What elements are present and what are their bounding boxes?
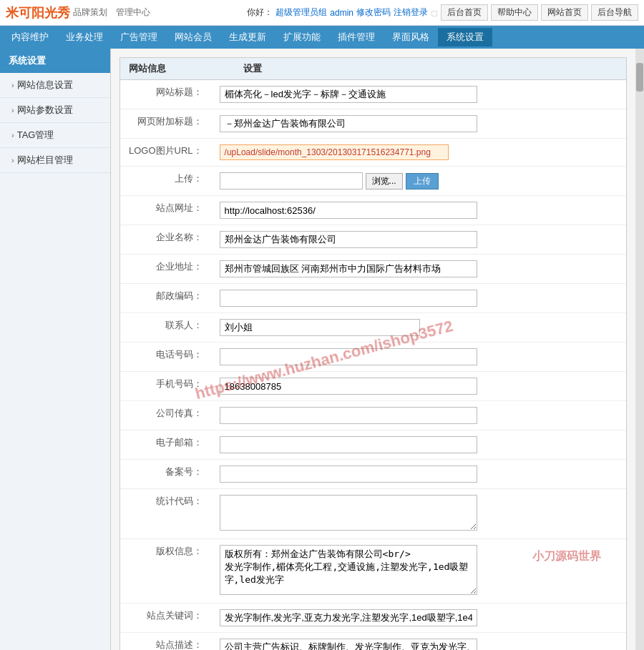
nav-extend[interactable]: 扩展功能 (275, 28, 329, 46)
mgmt-center: 管理中心 (116, 6, 150, 19)
label-icp: 备案号： (120, 460, 211, 489)
row-email: 电子邮箱： (120, 430, 626, 460)
nav-business[interactable]: 业务处理 (57, 28, 112, 46)
upload-button[interactable]: 上传 (406, 173, 439, 189)
row-company-addr: 企业地址： (120, 255, 626, 284)
row-fax: 公司传真： (120, 401, 626, 430)
label-site-url: 站点网址： (120, 196, 211, 225)
val-company-addr (211, 255, 626, 284)
sidebar-item-website-params[interactable]: › 网站参数设置 (0, 98, 110, 123)
val-keywords (211, 604, 626, 633)
main-layout: 系统设置 › 网站信息设置 › 网站参数设置 › TAG管理 › 网站栏目管理 … (0, 49, 644, 650)
label-email: 电子邮箱： (120, 430, 211, 460)
arrow-icon-3: › (11, 131, 14, 139)
label-logo-url: LOGO图片URL： (120, 139, 211, 167)
brand-name: 米可阳光秀 (6, 4, 70, 21)
scrollbar[interactable] (635, 49, 644, 650)
row-keywords: 站点关键词： (120, 604, 626, 633)
label-phone: 电话号码： (120, 343, 211, 372)
label-copyright-info: 版权信息： (120, 539, 211, 604)
textarea-copyright-info[interactable]: 版权所有：郑州金达广告装饰有限公司<br/> 发光字制作,楣体亮化工程,交通设施… (220, 545, 477, 595)
input-site-url[interactable] (220, 202, 477, 219)
val-phone (211, 343, 626, 372)
label-description: 站点描述： (120, 633, 211, 651)
row-phone: 电话号码： (120, 343, 626, 372)
logo-area: 米可阳光秀 品牌策划 管理中心 (6, 4, 150, 21)
textarea-analytics[interactable] (220, 495, 477, 531)
input-company-name[interactable] (220, 231, 477, 248)
label-page-subtitle: 网页附加标题： (120, 109, 211, 139)
val-company-name (211, 225, 626, 255)
row-analytics: 统计代码： (120, 489, 626, 539)
input-mobile[interactable] (220, 378, 477, 395)
row-company-name: 企业名称： (120, 225, 626, 255)
logo-url-display: /upLoad/slide/month_1303/201303171516234… (220, 144, 449, 160)
main-nav: 内容维护 业务处理 广告管理 网站会员 生成更新 扩展功能 插件管理 界面风格 … (0, 26, 644, 49)
upload-filename-input[interactable] (220, 172, 363, 189)
form-table: 网站标题： 网页附加标题： LOGO图片URL： (120, 80, 626, 650)
val-analytics (211, 489, 626, 539)
input-description[interactable] (220, 639, 477, 650)
top-bar-right: 你好： 超级管理员组 admin 修改密码 注销登录 ◻ 后台首页 帮助中心 网… (247, 4, 638, 21)
content-panel: 网站信息 设置 网站标题： 网页附加标题： (119, 57, 627, 650)
arrow-icon-4: › (11, 156, 14, 164)
input-postal-code[interactable] (220, 290, 477, 307)
input-fax[interactable] (220, 407, 477, 424)
val-postal-code (211, 284, 626, 313)
val-icp (211, 460, 626, 489)
input-company-addr[interactable] (220, 260, 477, 277)
upload-row: 浏览... 上传 (220, 172, 618, 189)
nav-members[interactable]: 网站会员 (166, 28, 220, 46)
username-link[interactable]: admin (330, 8, 353, 18)
greeting-text: 你好： (247, 6, 273, 19)
sidebar-label-tag: TAG管理 (17, 129, 54, 142)
row-upload: 上传： 浏览... 上传 (120, 167, 626, 196)
row-copyright-info: 版权信息： 版权所有：郑州金达广告装饰有限公司<br/> 发光字制作,楣体亮化工… (120, 539, 626, 604)
nav-settings[interactable]: 系统设置 (438, 28, 492, 46)
row-page-subtitle: 网页附加标题： (120, 109, 626, 139)
input-contact[interactable] (220, 319, 420, 336)
sidebar-title: 系统设置 (0, 49, 110, 73)
nav-generate[interactable]: 生成更新 (220, 28, 275, 46)
arrow-icon-2: › (11, 106, 14, 114)
input-page-subtitle[interactable] (220, 115, 477, 132)
nav-plugins[interactable]: 插件管理 (329, 28, 384, 46)
label-contact: 联系人： (120, 313, 211, 343)
sidebar-item-tag[interactable]: › TAG管理 (0, 123, 110, 148)
val-logo-url: /upLoad/slide/month_1303/201303171516234… (211, 139, 626, 167)
site-home-btn[interactable]: 网站首页 (541, 4, 588, 21)
sidebar-item-columns[interactable]: › 网站栏目管理 (0, 148, 110, 173)
val-copyright-info: 版权所有：郑州金达广告装饰有限公司<br/> 发光字制作,楣体亮化工程,交通设施… (211, 539, 626, 604)
nav-ads[interactable]: 广告管理 (112, 28, 166, 46)
input-phone[interactable] (220, 348, 477, 365)
backend-nav-btn[interactable]: 后台导航 (591, 4, 638, 21)
sidebar-item-website-info[interactable]: › 网站信息设置 (0, 73, 110, 98)
input-icp[interactable] (220, 466, 477, 483)
val-site-url (211, 196, 626, 225)
val-site-title (211, 80, 626, 109)
val-page-subtitle (211, 109, 626, 139)
row-site-url: 站点网址： (120, 196, 626, 225)
label-fax: 公司传真： (120, 401, 211, 430)
role-link[interactable]: 超级管理员组 (275, 6, 327, 19)
nav-theme[interactable]: 界面风格 (384, 28, 438, 46)
help-center-btn[interactable]: 帮助中心 (491, 4, 538, 21)
change-pwd-link[interactable]: 修改密码 (356, 6, 391, 19)
browse-button[interactable]: 浏览... (366, 173, 403, 189)
sidebar-label-website-params: 网站参数设置 (17, 104, 73, 117)
input-keywords[interactable] (220, 609, 477, 626)
input-email[interactable] (220, 436, 477, 453)
section-col2: 设置 (243, 62, 262, 75)
nav-content[interactable]: 内容维护 (3, 28, 57, 46)
label-upload: 上传： (120, 167, 211, 196)
val-contact (211, 313, 626, 343)
arrow-icon: › (11, 81, 14, 89)
input-site-title[interactable] (220, 86, 477, 103)
logout-link[interactable]: 注销登录 (394, 6, 428, 19)
sidebar-label-columns: 网站栏目管理 (17, 154, 73, 167)
backend-home-btn[interactable]: 后台首页 (441, 4, 488, 21)
scrollbar-thumb[interactable] (636, 63, 643, 92)
row-mobile: 手机号码： (120, 372, 626, 401)
row-logo-url: LOGO图片URL： /upLoad/slide/month_1303/2013… (120, 139, 626, 167)
label-mobile: 手机号码： (120, 372, 211, 401)
